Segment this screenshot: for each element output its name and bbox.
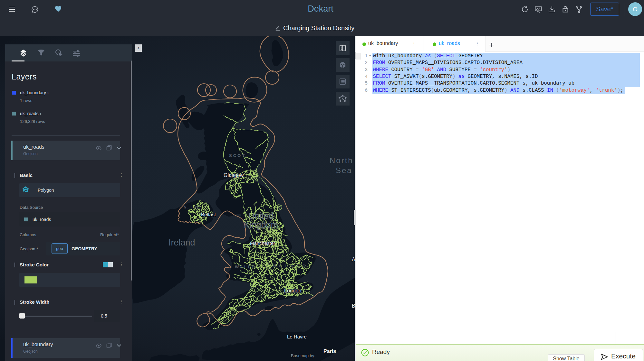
svg-text:United: United (248, 211, 274, 221)
svg-text:Glasgow: Glasgow (224, 172, 244, 178)
svg-text:Manchester: Manchester (250, 240, 275, 246)
svg-text:Sea: Sea (336, 166, 352, 175)
svg-text:Paris: Paris (323, 348, 336, 354)
svg-text:Basemap by:: Basemap by: (291, 353, 315, 358)
svg-text:Le Havre: Le Havre (287, 334, 307, 339)
svg-text:Ireland: Ireland (168, 238, 195, 247)
svg-text:SCOT.: SCOT. (229, 153, 248, 158)
svg-text:North: North (330, 156, 353, 165)
svg-text:WALES: WALES (235, 264, 256, 269)
svg-text:Kingdom: Kingdom (244, 220, 278, 230)
svg-text:ENGLAND: ENGLAND (267, 264, 308, 268)
svg-text:London: London (284, 288, 301, 293)
svg-text:N. IRE.: N. IRE. (184, 205, 203, 209)
svg-text:Belfast: Belfast (201, 212, 216, 217)
